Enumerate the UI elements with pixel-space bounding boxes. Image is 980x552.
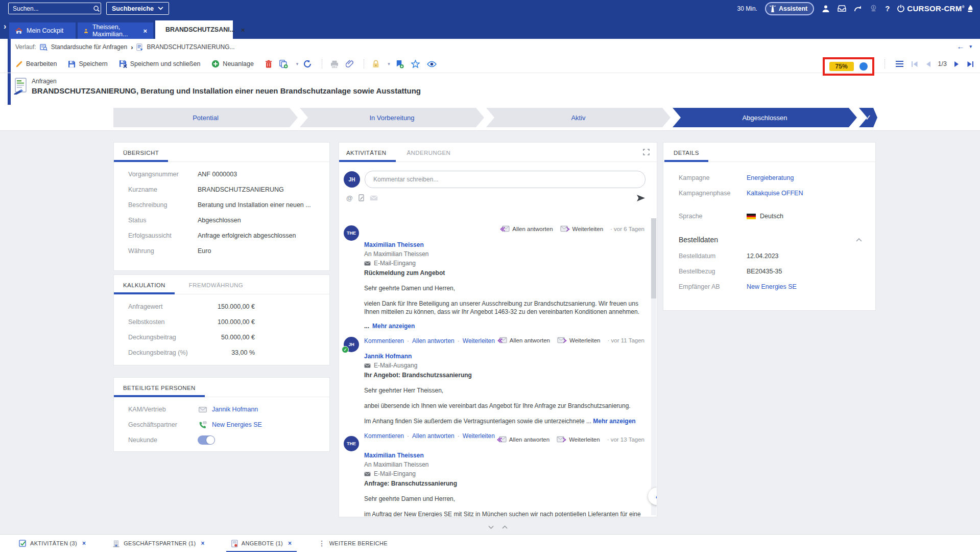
tab-label: BRANDSCHUTZSANI... bbox=[165, 26, 235, 33]
new-record-button[interactable]: Neuanlage bbox=[211, 60, 253, 68]
campaign-link[interactable]: Energieberatung bbox=[747, 174, 794, 181]
next-page-icon[interactable] bbox=[954, 61, 960, 67]
bookmark-add-icon[interactable] bbox=[395, 60, 404, 68]
search-icon[interactable] bbox=[93, 5, 100, 12]
search-input[interactable] bbox=[12, 5, 93, 13]
reply-all-action[interactable]: Allen antworten bbox=[497, 337, 550, 343]
order-data-section-header[interactable]: Bestelldaten bbox=[663, 231, 875, 248]
close-icon[interactable]: × bbox=[143, 27, 147, 35]
tab-label: Mein Cockpit bbox=[27, 27, 63, 34]
tab-mein-cockpit[interactable]: Mein Cockpit bbox=[9, 22, 76, 39]
tab-details[interactable]: DETAILS bbox=[674, 150, 699, 162]
back-arrow-icon[interactable]: ← bbox=[957, 42, 964, 51]
scrollbar-thumb[interactable] bbox=[651, 218, 656, 298]
comment-input-pill[interactable] bbox=[365, 171, 646, 188]
forward-action[interactable]: Weiterleiten bbox=[557, 436, 600, 443]
annotation-highlight-box: 75% bbox=[823, 57, 874, 76]
bottom-tab-geschaeftspartner[interactable]: GESCHÄFTSPARTNER (1) × bbox=[107, 535, 210, 552]
visibility-eye-icon[interactable] bbox=[427, 61, 437, 67]
bottom-tab-angebote[interactable]: ANGEBOTE (1) × bbox=[226, 535, 297, 552]
stage-in-vorbereitung[interactable]: In Vorbereitung bbox=[300, 108, 484, 127]
close-icon[interactable]: × bbox=[288, 540, 292, 547]
attachment-icon[interactable] bbox=[346, 60, 353, 68]
kam-link[interactable]: Jannik Hofmann bbox=[212, 406, 258, 413]
email-icon[interactable] bbox=[370, 195, 378, 201]
send-icon[interactable] bbox=[636, 194, 646, 202]
comment-input[interactable] bbox=[372, 175, 638, 183]
search-areas-button[interactable]: Suchbereiche bbox=[106, 2, 169, 15]
copy-dropdown-icon[interactable]: ▾ bbox=[296, 61, 299, 66]
help-icon[interactable]: ? bbox=[885, 4, 890, 13]
scroll-down-icon[interactable] bbox=[488, 525, 494, 529]
bottom-tab-weitere-bereiche[interactable]: ⋮ WEITERE BEREICHE bbox=[313, 535, 393, 552]
neukunde-toggle[interactable] bbox=[198, 435, 215, 445]
mention-icon[interactable]: @ bbox=[346, 194, 353, 202]
tab-kalkulation[interactable]: KALKULATION bbox=[123, 282, 165, 294]
more-dots-icon: ⋮ bbox=[318, 539, 325, 547]
order-recipient-link[interactable]: New Energies SE bbox=[747, 283, 797, 290]
breadcrumb-item-search[interactable]: Standardsuche für Anfragen bbox=[51, 43, 127, 51]
expand-icon[interactable] bbox=[643, 149, 650, 155]
forward-icon bbox=[560, 225, 570, 232]
lock-dropdown-icon[interactable]: ▾ bbox=[388, 61, 390, 66]
tab-uebersicht[interactable]: ÜBERSICHT bbox=[123, 150, 159, 162]
session-timer: 30 Min. bbox=[737, 5, 757, 12]
search-box[interactable] bbox=[8, 3, 101, 14]
campaign-phase-link[interactable]: Kaltakquise OFFEN bbox=[747, 190, 803, 197]
assistant-button[interactable]: Assistent bbox=[765, 2, 814, 15]
tab-aenderungen[interactable]: ÄNDERUNGEN bbox=[407, 150, 451, 162]
reply-all-action[interactable]: Allen antworten bbox=[497, 436, 549, 443]
delete-icon[interactable] bbox=[265, 60, 272, 68]
breadcrumb-item-record[interactable]: BRANDSCHUTZSANIERUNG... bbox=[147, 43, 234, 51]
stage-potential[interactable]: Potential bbox=[113, 108, 298, 127]
scroll-up-icon[interactable] bbox=[502, 525, 508, 529]
author-link[interactable]: Maximilian Theissen bbox=[364, 452, 424, 459]
stage-aktiv[interactable]: Aktiv bbox=[486, 108, 671, 127]
refresh-icon[interactable] bbox=[303, 60, 312, 68]
forward-action[interactable]: Weiterleiten bbox=[557, 337, 601, 343]
edit-button[interactable]: Bearbeiten bbox=[15, 60, 57, 68]
menu-icon[interactable] bbox=[895, 60, 904, 67]
forward-action[interactable]: Weiterleiten bbox=[560, 225, 604, 232]
close-icon[interactable]: × bbox=[241, 26, 245, 34]
first-page-icon[interactable] bbox=[911, 61, 918, 67]
save-button[interactable]: Speichern bbox=[68, 60, 107, 68]
redo-icon[interactable] bbox=[854, 5, 862, 12]
tab-brandschutzsanierung[interactable]: BRANDSCHUTZSANI... × bbox=[155, 20, 233, 39]
remote-session-icon[interactable] bbox=[870, 5, 877, 12]
progress-indicator-icon[interactable] bbox=[859, 62, 868, 71]
show-more[interactable]: Mehr anzeigen bbox=[593, 418, 635, 425]
stage-abgeschlossen[interactable]: Abgeschlossen bbox=[673, 108, 857, 127]
inbox-icon[interactable] bbox=[838, 5, 846, 12]
tab-fremdwaehrung[interactable]: FREMDWÄHRUNG bbox=[189, 282, 243, 294]
close-icon[interactable]: × bbox=[201, 540, 205, 547]
tab-beteiligte-personen[interactable]: BETEILIGTE PERSONEN bbox=[123, 385, 196, 397]
collapse-chevron-icon[interactable] bbox=[856, 238, 862, 242]
collapse-panel-button[interactable]: ‹ bbox=[648, 488, 657, 505]
reply-all-action[interactable]: Allen antworten bbox=[500, 225, 553, 232]
save-and-close-button[interactable]: Speichern und schließen bbox=[119, 60, 201, 68]
user-icon[interactable] bbox=[822, 5, 830, 13]
bottom-tab-aktivitaeten[interactable]: AKTIVITÄTEN (3) × bbox=[14, 535, 91, 552]
prev-page-icon[interactable] bbox=[925, 61, 931, 67]
activity-entry: THE Allen antworten Weiterleiten · vor 6… bbox=[344, 225, 646, 345]
favorite-star-icon[interactable] bbox=[411, 60, 420, 68]
copy-record-icon[interactable] bbox=[279, 60, 288, 68]
overview-card: ÜBERSICHT VorgangsnummerANF 0000003 Kurz… bbox=[113, 142, 330, 271]
partner-link[interactable]: New Energies SE bbox=[212, 421, 262, 428]
last-page-icon[interactable] bbox=[967, 61, 974, 67]
entity-label: Anfragen bbox=[32, 78, 421, 85]
history-dropdown-icon[interactable]: ▾ bbox=[969, 44, 972, 49]
print-icon[interactable] bbox=[330, 60, 339, 68]
author-link[interactable]: Maximilian Theissen bbox=[364, 241, 424, 248]
close-icon[interactable]: × bbox=[82, 540, 86, 547]
lock-icon[interactable] bbox=[372, 60, 379, 68]
tab-theissen-maximilian[interactable]: Theissen, Maximilian... × bbox=[78, 22, 153, 39]
note-icon[interactable] bbox=[358, 194, 364, 201]
calculation-card: KALKULATION FREMDWÄHRUNG Anfragewert150.… bbox=[113, 274, 330, 365]
author-link[interactable]: Jannik Hofmann bbox=[364, 353, 412, 360]
tab-aktivitaeten[interactable]: AKTIVITÄTEN bbox=[346, 150, 387, 162]
show-more[interactable]: ...Mehr anzeigen bbox=[364, 322, 646, 330]
scrollbar[interactable] bbox=[651, 218, 656, 515]
tab-overflow-icon[interactable]: › bbox=[4, 22, 6, 31]
